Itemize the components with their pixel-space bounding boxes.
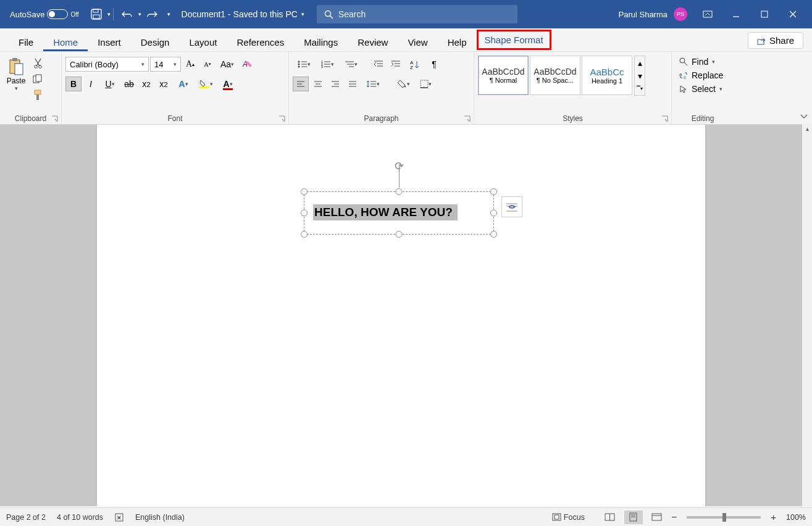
page-indicator[interactable]: Page 2 of 2 [6, 513, 46, 522]
text-effects-icon[interactable]: A▾ [173, 77, 194, 91]
style-no-spacing[interactable]: AaBbCcDd ¶ No Spac... [530, 56, 580, 95]
style-heading-1[interactable]: AaBbCc Heading 1 [582, 56, 632, 95]
minimize-button[interactable] [722, 0, 750, 28]
italic-button[interactable]: I [83, 77, 99, 91]
style-normal[interactable]: AaBbCcDd ¶ Normal [478, 56, 529, 95]
user-name[interactable]: Parul Sharma [619, 10, 668, 19]
scroll-up-icon[interactable]: ▴ [802, 123, 812, 133]
clipboard-launcher-icon[interactable] [51, 115, 59, 123]
sort-icon[interactable]: AZ [405, 57, 425, 72]
user-avatar[interactable]: PS [674, 7, 687, 21]
line-spacing-icon[interactable]: ▾ [362, 77, 384, 91]
bold-button[interactable]: B [65, 77, 82, 91]
change-case-icon[interactable]: Aa▾ [217, 57, 238, 72]
superscript-button[interactable]: x2 [156, 77, 172, 91]
language-indicator[interactable]: English (India) [135, 513, 185, 522]
print-layout-icon[interactable] [624, 511, 643, 524]
resize-handle[interactable] [396, 188, 403, 195]
layout-options-button[interactable] [501, 196, 522, 217]
align-left-icon[interactable] [293, 77, 309, 91]
redo-icon[interactable] [143, 4, 162, 24]
shrink-font-icon[interactable]: A▾ [199, 57, 216, 72]
resize-handle[interactable] [396, 231, 403, 238]
close-button[interactable] [779, 0, 807, 28]
svg-rect-21 [199, 86, 209, 88]
shading-icon[interactable]: ▾ [393, 77, 414, 91]
paragraph-launcher-icon[interactable] [464, 115, 471, 123]
align-right-icon[interactable] [327, 77, 343, 91]
web-layout-icon[interactable] [648, 511, 666, 524]
tab-view[interactable]: View [398, 37, 437, 51]
zoom-in-button[interactable]: + [771, 512, 776, 522]
tab-shape-format[interactable]: Shape Format [477, 30, 551, 50]
styles-launcher-icon[interactable] [661, 115, 669, 123]
tab-insert[interactable]: Insert [88, 37, 131, 51]
document-canvas[interactable] [0, 125, 803, 506]
focus-mode-button[interactable]: Focus [552, 513, 585, 522]
font-color-icon[interactable]: A▾ [217, 77, 238, 91]
resize-handle[interactable] [490, 231, 497, 238]
underline-button[interactable]: U▾ [100, 77, 120, 91]
subscript-button[interactable]: x2 [138, 77, 154, 91]
find-button[interactable]: Find▾ [676, 56, 719, 68]
resize-handle[interactable] [301, 210, 308, 217]
format-painter-icon[interactable] [30, 88, 46, 102]
styles-scroll-up-icon[interactable]: ▴ [635, 56, 645, 69]
copy-icon[interactable] [30, 72, 46, 86]
increase-indent-icon[interactable] [388, 57, 404, 72]
font-size-combo[interactable]: 14▾ [150, 57, 181, 72]
tab-home[interactable]: Home [43, 37, 88, 51]
font-name-combo[interactable]: Calibri (Body)▾ [65, 57, 149, 72]
multilevel-list-icon[interactable]: ▾ [340, 57, 362, 72]
status-bar: Page 2 of 2 4 of 10 words ✕ English (Ind… [0, 507, 812, 526]
styles-scroll-down-icon[interactable]: ▾ [635, 69, 645, 82]
decrease-indent-icon[interactable] [370, 57, 387, 72]
zoom-out-button[interactable]: − [671, 512, 677, 523]
tab-references[interactable]: References [227, 37, 294, 51]
show-hide-marks-icon[interactable]: ¶ [426, 57, 442, 72]
search-input[interactable] [338, 9, 499, 19]
tab-design[interactable]: Design [131, 37, 180, 51]
justify-icon[interactable] [345, 77, 361, 91]
resize-handle[interactable] [490, 210, 497, 217]
textbox-selection[interactable]: ⟳ HELLO, HOW ARE YOU? [304, 191, 494, 235]
tab-layout[interactable]: Layout [179, 37, 227, 51]
tab-file[interactable]: File [9, 37, 43, 51]
clear-formatting-icon[interactable]: A [239, 57, 255, 72]
grow-font-icon[interactable]: A▴ [182, 57, 198, 72]
zoom-slider[interactable] [687, 516, 761, 519]
read-mode-icon[interactable] [601, 511, 619, 524]
paste-button[interactable]: Paste ▾ [4, 54, 28, 91]
tab-review[interactable]: Review [348, 37, 398, 51]
highlight-icon[interactable]: ▾ [195, 77, 216, 91]
tab-help[interactable]: Help [438, 37, 477, 51]
strikethrough-button[interactable]: ab [121, 77, 137, 91]
zoom-level[interactable]: 100% [786, 513, 806, 522]
select-button[interactable]: Select▾ [676, 83, 726, 95]
cut-icon[interactable] [30, 56, 46, 70]
textbox-text[interactable]: HELLO, HOW ARE YOU? [313, 204, 458, 220]
font-launcher-icon[interactable] [278, 115, 286, 123]
vertical-scrollbar[interactable]: ▴ [802, 123, 812, 506]
borders-icon[interactable]: ▾ [415, 77, 436, 91]
align-center-icon[interactable] [310, 77, 326, 91]
styles-more-icon[interactable]: ▔▾ [635, 82, 645, 95]
resize-handle[interactable] [301, 188, 308, 195]
word-count[interactable]: 4 of 10 words [57, 513, 103, 522]
numbering-icon[interactable]: 123▾ [316, 57, 338, 72]
share-button[interactable]: Share [748, 32, 803, 49]
bullets-icon[interactable]: ▾ [293, 57, 315, 72]
spell-check-icon[interactable]: ✕ [114, 512, 124, 522]
replace-button[interactable]: ac Replace [676, 69, 727, 81]
autosave-toggle[interactable] [47, 9, 68, 19]
resize-handle[interactable] [301, 231, 308, 238]
search-box[interactable] [317, 5, 517, 23]
undo-icon[interactable] [117, 4, 137, 24]
tab-mailings[interactable]: Mailings [294, 37, 348, 51]
save-icon[interactable] [86, 4, 106, 24]
rotation-handle-icon[interactable]: ⟳ [395, 159, 404, 173]
maximize-button[interactable] [750, 0, 779, 28]
collapse-ribbon-icon[interactable] [800, 114, 808, 120]
ribbon-display-options-icon[interactable] [693, 0, 722, 28]
resize-handle[interactable] [490, 188, 497, 195]
